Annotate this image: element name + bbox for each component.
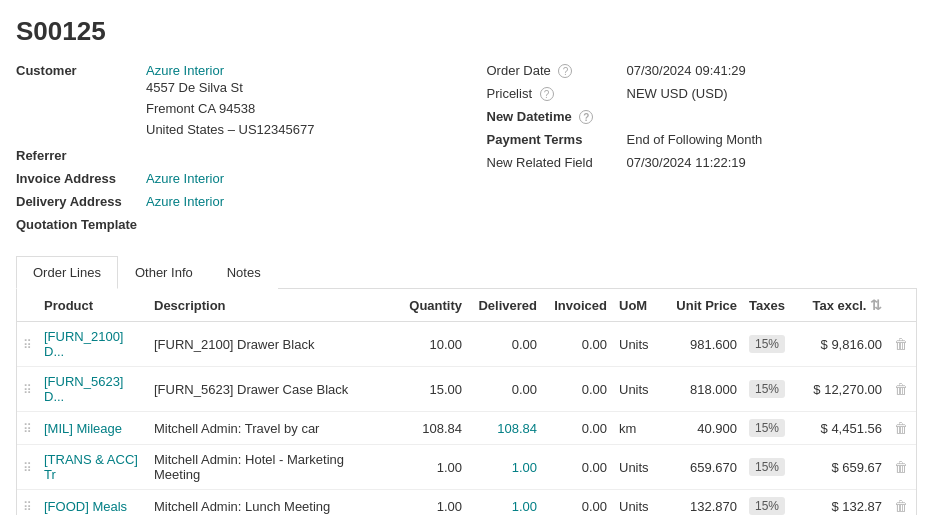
col-drag bbox=[17, 289, 38, 322]
drag-icon[interactable]: ⠿ bbox=[23, 461, 32, 475]
customer-label: Customer bbox=[16, 63, 146, 78]
product-link[interactable]: [TRANS & ACC] Tr bbox=[44, 452, 138, 482]
product-cell: [MIL] Mileage bbox=[38, 412, 148, 445]
drag-handle[interactable]: ⠿ bbox=[17, 322, 38, 367]
invoice-address-label: Invoice Address bbox=[16, 171, 146, 186]
order-date-value: 07/30/2024 09:41:29 bbox=[627, 63, 746, 78]
delivered-cell[interactable]: 1.00 bbox=[468, 490, 543, 515]
quotation-template-label: Quotation Template bbox=[16, 217, 146, 232]
drag-icon[interactable]: ⠿ bbox=[23, 422, 32, 436]
address-line1: 4557 De Silva St bbox=[146, 78, 314, 99]
tax-badge: 15% bbox=[749, 458, 785, 476]
new-datetime-help-icon[interactable]: ? bbox=[579, 110, 593, 124]
order-date-row: Order Date ? 07/30/2024 09:41:29 bbox=[487, 63, 918, 78]
product-link[interactable]: [FURN_2100] D... bbox=[44, 329, 123, 359]
quantity-cell: 15.00 bbox=[388, 367, 468, 412]
invoice-address-link[interactable]: Azure Interior bbox=[146, 171, 224, 186]
product-link[interactable]: [MIL] Mileage bbox=[44, 421, 122, 436]
unit-price-cell: 981.600 bbox=[663, 322, 743, 367]
col-uom: UoM bbox=[613, 289, 663, 322]
unit-price-cell: 659.670 bbox=[663, 445, 743, 490]
table-row: ⠿ [TRANS & ACC] Tr Mitchell Admin: Hotel… bbox=[17, 445, 916, 490]
new-related-field-row: New Related Field 07/30/2024 11:22:19 bbox=[487, 155, 918, 170]
description-cell: [FURN_2100] Drawer Black bbox=[148, 322, 388, 367]
delete-cell: 🗑 bbox=[888, 445, 916, 490]
taxes-cell: 15% bbox=[743, 445, 798, 490]
taxes-cell: 15% bbox=[743, 412, 798, 445]
drag-handle[interactable]: ⠿ bbox=[17, 367, 38, 412]
delivery-address-row: Delivery Address Azure Interior bbox=[16, 194, 447, 209]
tax-badge: 15% bbox=[749, 497, 785, 515]
invoiced-cell: 0.00 bbox=[543, 490, 613, 515]
delivered-cell[interactable]: 108.84 bbox=[468, 412, 543, 445]
quantity-cell: 10.00 bbox=[388, 322, 468, 367]
invoice-address-value: Azure Interior bbox=[146, 171, 224, 186]
info-section: Customer Azure Interior 4557 De Silva St… bbox=[16, 63, 917, 240]
uom-cell: Units bbox=[613, 322, 663, 367]
drag-handle[interactable]: ⠿ bbox=[17, 445, 38, 490]
tax-excl-cell: $ 12,270.00 bbox=[798, 367, 888, 412]
customer-name-link[interactable]: Azure Interior bbox=[146, 63, 224, 78]
delivered-cell[interactable]: 1.00 bbox=[468, 445, 543, 490]
tab-other-info[interactable]: Other Info bbox=[118, 256, 210, 289]
drag-handle[interactable]: ⠿ bbox=[17, 490, 38, 515]
drag-handle[interactable]: ⠿ bbox=[17, 412, 38, 445]
delete-icon[interactable]: 🗑 bbox=[894, 336, 908, 352]
delivered-value[interactable]: 108.84 bbox=[497, 421, 537, 436]
quantity-cell: 1.00 bbox=[388, 445, 468, 490]
invoiced-cell: 0.00 bbox=[543, 445, 613, 490]
uom-cell: Units bbox=[613, 445, 663, 490]
tax-badge: 15% bbox=[749, 419, 785, 437]
unit-price-cell: 818.000 bbox=[663, 367, 743, 412]
delivery-address-label: Delivery Address bbox=[16, 194, 146, 209]
delivered-cell: 0.00 bbox=[468, 322, 543, 367]
unit-price-cell: 40.900 bbox=[663, 412, 743, 445]
tax-excl-cell: $ 9,816.00 bbox=[798, 322, 888, 367]
table-body: ⠿ [FURN_2100] D... [FURN_2100] Drawer Bl… bbox=[17, 322, 916, 515]
invoice-address-row: Invoice Address Azure Interior bbox=[16, 171, 447, 186]
product-link[interactable]: [FURN_5623] D... bbox=[44, 374, 123, 404]
tab-notes[interactable]: Notes bbox=[210, 256, 278, 289]
reorder-icon[interactable]: ⇅ bbox=[870, 297, 882, 313]
col-description: Description bbox=[148, 289, 388, 322]
delete-icon[interactable]: 🗑 bbox=[894, 420, 908, 436]
new-related-field-label: New Related Field bbox=[487, 155, 627, 170]
info-right: Order Date ? 07/30/2024 09:41:29 Priceli… bbox=[487, 63, 918, 240]
new-datetime-row: New Datetime ? bbox=[487, 109, 918, 124]
product-cell: [FURN_2100] D... bbox=[38, 322, 148, 367]
col-invoiced: Invoiced bbox=[543, 289, 613, 322]
drag-icon[interactable]: ⠿ bbox=[23, 500, 32, 514]
delivery-address-link[interactable]: Azure Interior bbox=[146, 194, 224, 209]
delivered-value[interactable]: 1.00 bbox=[512, 460, 537, 475]
referrer-label: Referrer bbox=[16, 148, 146, 163]
delete-icon[interactable]: 🗑 bbox=[894, 459, 908, 475]
pricelist-help-icon[interactable]: ? bbox=[540, 87, 554, 101]
tax-excl-cell: $ 659.67 bbox=[798, 445, 888, 490]
product-cell: [FURN_5623] D... bbox=[38, 367, 148, 412]
quantity-cell: 108.84 bbox=[388, 412, 468, 445]
delete-icon[interactable]: 🗑 bbox=[894, 498, 908, 514]
order-date-label: Order Date ? bbox=[487, 63, 627, 78]
tab-order-lines[interactable]: Order Lines bbox=[16, 256, 118, 289]
drag-icon[interactable]: ⠿ bbox=[23, 338, 32, 352]
delete-cell: 🗑 bbox=[888, 367, 916, 412]
pricelist-label: Pricelist ? bbox=[487, 86, 627, 101]
col-tax-excl: Tax excl. ⇅ bbox=[798, 289, 888, 322]
product-link[interactable]: [FOOD] Meals bbox=[44, 499, 127, 514]
drag-icon[interactable]: ⠿ bbox=[23, 383, 32, 397]
tax-badge: 15% bbox=[749, 380, 785, 398]
delete-icon[interactable]: 🗑 bbox=[894, 381, 908, 397]
referrer-row: Referrer bbox=[16, 148, 447, 163]
taxes-cell: 15% bbox=[743, 367, 798, 412]
new-datetime-label: New Datetime ? bbox=[487, 109, 627, 124]
table-header-row: Product Description Quantity Delivered I… bbox=[17, 289, 916, 322]
col-delivered: Delivered bbox=[468, 289, 543, 322]
delete-cell: 🗑 bbox=[888, 322, 916, 367]
order-lines-table: Product Description Quantity Delivered I… bbox=[17, 289, 916, 515]
new-related-field-value: 07/30/2024 11:22:19 bbox=[627, 155, 746, 170]
invoiced-cell: 0.00 bbox=[543, 367, 613, 412]
tabs-container: Order Lines Other Info Notes bbox=[16, 256, 917, 289]
order-date-help-icon[interactable]: ? bbox=[558, 64, 572, 78]
product-cell: [TRANS & ACC] Tr bbox=[38, 445, 148, 490]
delivered-value[interactable]: 1.00 bbox=[512, 499, 537, 514]
